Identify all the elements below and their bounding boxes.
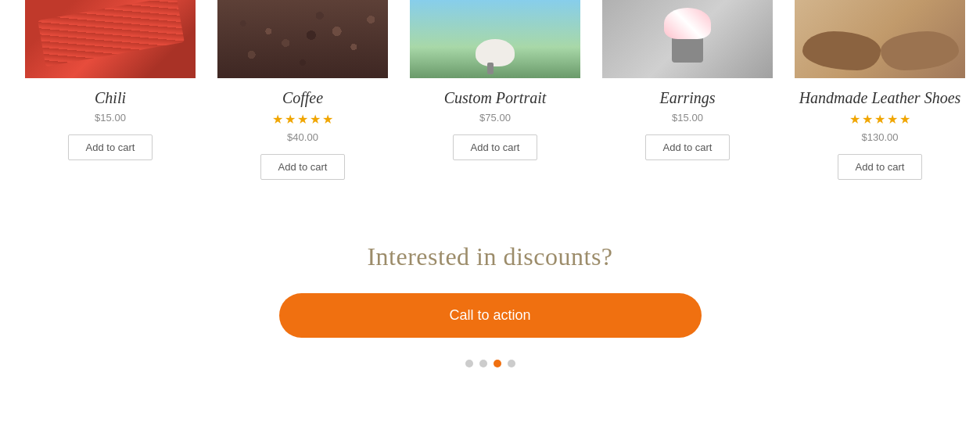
custom-portrait-add-to-cart-button[interactable]: Add to cart bbox=[453, 134, 538, 160]
custom-portrait-name: Custom Portrait bbox=[444, 89, 547, 107]
star-icon: ★ bbox=[887, 112, 898, 127]
handmade-leather-shoes-price: $130.00 bbox=[862, 131, 899, 143]
pagination-dot-3[interactable] bbox=[508, 360, 515, 367]
chili-add-to-cart-button[interactable]: Add to cart bbox=[68, 134, 153, 160]
product-card-custom-portrait: Custom Portrait$75.00Add to cart bbox=[400, 0, 590, 176]
star-icon: ★ bbox=[272, 112, 283, 127]
handmade-leather-shoes-add-to-cart-button[interactable]: Add to cart bbox=[838, 154, 923, 180]
star-icon: ★ bbox=[285, 112, 296, 127]
pagination-dots bbox=[465, 360, 515, 367]
coffee-stars: ★★★★★ bbox=[272, 112, 333, 127]
product-card-chili: Chili$15.00Add to cart bbox=[16, 0, 205, 176]
star-icon: ★ bbox=[862, 112, 873, 127]
star-icon: ★ bbox=[322, 112, 333, 127]
discount-section: Interested in discounts? Call to action bbox=[0, 211, 980, 391]
custom-portrait-image bbox=[410, 0, 580, 78]
handmade-leather-shoes-image bbox=[795, 0, 965, 78]
pagination-dot-0[interactable] bbox=[465, 360, 473, 367]
star-icon: ★ bbox=[297, 112, 308, 127]
products-row: Chili$15.00Add to cartCoffee★★★★★$40.00A… bbox=[0, 0, 980, 195]
product-card-handmade-leather-shoes: Handmade Leather Shoes★★★★★$130.00Add to… bbox=[785, 0, 975, 195]
pagination-dot-1[interactable] bbox=[479, 360, 487, 367]
pagination-dot-2[interactable] bbox=[494, 360, 501, 367]
coffee-image bbox=[217, 0, 388, 78]
discount-title: Interested in discounts? bbox=[367, 242, 612, 271]
coffee-name: Coffee bbox=[282, 89, 323, 107]
coffee-add-to-cart-button[interactable]: Add to cart bbox=[260, 154, 346, 180]
star-icon: ★ bbox=[899, 112, 910, 127]
star-icon: ★ bbox=[849, 112, 860, 127]
handmade-leather-shoes-stars: ★★★★★ bbox=[849, 112, 910, 127]
earrings-image bbox=[602, 0, 773, 78]
earrings-add-to-cart-button[interactable]: Add to cart bbox=[645, 134, 731, 160]
earrings-price: $15.00 bbox=[672, 112, 703, 124]
chili-price: $15.00 bbox=[95, 112, 126, 124]
star-icon: ★ bbox=[874, 112, 885, 127]
product-card-earrings: Earrings$15.00Add to cart bbox=[593, 0, 782, 176]
coffee-price: $40.00 bbox=[287, 131, 318, 143]
star-icon: ★ bbox=[310, 112, 321, 127]
handmade-leather-shoes-name: Handmade Leather Shoes bbox=[799, 89, 961, 107]
chili-name: Chili bbox=[95, 89, 126, 107]
custom-portrait-price: $75.00 bbox=[479, 112, 511, 124]
product-card-coffee: Coffee★★★★★$40.00Add to cart bbox=[208, 0, 397, 195]
cta-button[interactable]: Call to action bbox=[279, 293, 702, 338]
chili-image bbox=[25, 0, 196, 78]
earrings-name: Earrings bbox=[659, 89, 715, 107]
